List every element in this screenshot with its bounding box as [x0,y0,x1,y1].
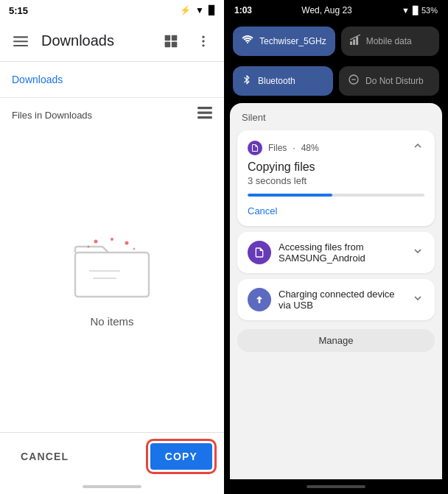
svg-rect-12 [197,116,212,119]
dnd-icon [348,74,360,88]
battery-icon: ▉ [209,5,215,15]
empty-folder-icon [68,234,156,300]
manage-button[interactable]: Manage [237,329,435,352]
notification-panel: Silent Files · 48% [230,103,442,479]
notif-dot: · [293,143,295,153]
accessing-files-text: Accessing files from SAMSUNG_Android [279,241,404,264]
right-panel: 1:03 Wed, Aug 23 ▼ ▉ 53% Techwiser_5GHz [224,0,448,494]
charging-chevron[interactable] [411,292,424,308]
wifi-icon: ▼ [195,5,204,15]
left-time: 5:15 [9,5,28,16]
svg-rect-4 [172,35,178,40]
svg-rect-6 [172,41,178,47]
svg-rect-1 [13,40,28,42]
progress-fill [248,194,332,197]
wifi-tile[interactable]: Techwiser_5GHz [233,27,335,56]
svg-point-18 [133,248,136,250]
svg-line-24 [350,35,360,40]
right-status-icons: ▼ ▉ 53% [402,6,438,15]
left-toolbar: Downloads [0,21,224,62]
left-home-bar [0,479,224,494]
bottom-bar: CANCEL COPY [0,432,224,479]
notif-app-name: Files [268,143,287,153]
files-header: Files in Downloads [0,98,224,130]
accessing-files-icon [248,241,271,264]
svg-point-16 [125,241,129,245]
left-home-indicator [83,485,141,488]
more-options-button[interactable] [189,27,218,56]
menu-button[interactable] [6,27,35,56]
toolbar-right-icons [156,27,218,56]
svg-rect-10 [197,107,212,109]
svg-rect-5 [165,41,171,47]
files-app-icon [248,141,262,155]
grid-view-button[interactable] [156,27,186,56]
dnd-label: Do Not Disturb [365,76,424,86]
svg-point-8 [202,40,204,42]
right-date: Wed, Aug 23 [301,5,352,15]
right-home-bar [224,479,448,494]
charging-text: Charging connected device via USB [279,289,404,311]
battery-percent: 53% [421,6,438,15]
mobile-data-label: Mobile data [366,36,412,46]
svg-rect-21 [350,41,352,45]
notif-subtitle: 3 seconds left [248,175,424,186]
svg-rect-22 [353,39,355,45]
mobile-data-icon [350,34,360,49]
notif-app-info: Files · 48% [248,141,319,155]
wifi-tile-icon [242,34,253,49]
left-status-icons: ⚡ ▼ ▉ [180,5,215,15]
bluetooth-icon [242,74,252,88]
usb-icon: ⚡ [180,5,191,15]
wifi-tile-label: Techwiser_5GHz [259,36,326,46]
left-status-bar: 5:15 ⚡ ▼ ▉ [0,0,224,21]
left-nav: Downloads [0,62,224,98]
cancel-button[interactable]: CANCEL [12,445,77,468]
svg-point-14 [94,240,98,244]
right-status-bar: 1:03 Wed, Aug 23 ▼ ▉ 53% [224,0,448,21]
downloads-nav-link[interactable]: Downloads [12,68,212,91]
svg-point-9 [202,44,204,46]
svg-rect-11 [197,112,212,114]
battery-level-icon: ▉ [413,6,419,15]
silent-label: Silent [230,103,442,127]
left-panel: 5:15 ⚡ ▼ ▉ Downloads [0,0,224,494]
accessing-files-chevron[interactable] [411,244,424,261]
svg-rect-13 [75,253,149,297]
notif-percent: 48% [301,143,319,153]
files-notification-card: Files · 48% Copying files 3 seconds left… [237,130,435,226]
svg-rect-2 [13,45,28,46]
files-section-label: Files in Downloads [12,110,92,121]
svg-point-7 [202,35,204,38]
accessing-files-card: Accessing files from SAMSUNG_Android [237,232,435,273]
notif-header: Files · 48% [248,139,424,156]
copy-button[interactable]: COPY [150,443,212,470]
mobile-data-tile[interactable]: Mobile data [341,27,439,56]
svg-rect-23 [356,37,358,45]
svg-rect-0 [13,36,28,38]
svg-point-17 [88,246,90,248]
toolbar-title: Downloads [41,32,150,49]
no-items-text: No items [90,315,133,328]
progress-bar [248,194,424,197]
bluetooth-tile[interactable]: Bluetooth [233,66,333,96]
right-time: 1:03 [234,5,252,15]
charging-icon [248,288,271,311]
list-view-icon[interactable] [197,107,212,124]
quick-settings-row-1: Techwiser_5GHz Mobile data [224,21,448,60]
quick-settings-row-2: Bluetooth Do Not Disturb [224,60,448,100]
notif-collapse-icon[interactable] [411,139,424,156]
right-home-indicator [307,485,365,488]
empty-area: No items [0,130,224,432]
bluetooth-label: Bluetooth [258,76,295,86]
wifi-signal-icon: ▼ [402,6,410,15]
dnd-tile[interactable]: Do Not Disturb [339,66,439,96]
notif-cancel-link[interactable]: Cancel [248,205,277,216]
charging-card: Charging connected device via USB [237,279,435,320]
svg-point-15 [111,238,113,241]
notif-title: Copying files [248,160,424,174]
svg-rect-3 [165,35,171,40]
